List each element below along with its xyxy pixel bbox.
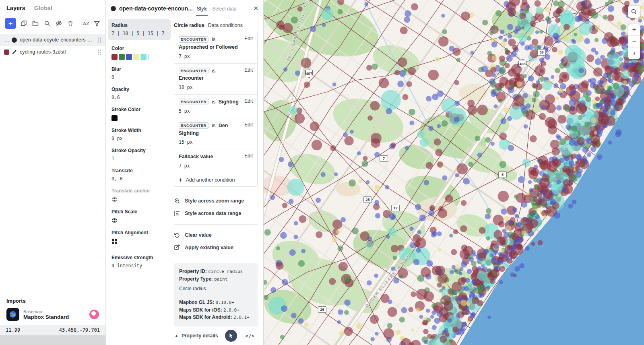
imports-section: Imports Basemap Mapbox Standard bbox=[0, 294, 105, 325]
basemap-item[interactable]: Basemap Mapbox Standard bbox=[6, 308, 99, 321]
edit-condition-link[interactable]: Edit bbox=[244, 67, 253, 73]
bottom-strip bbox=[0, 335, 105, 345]
zoom-in-button[interactable]: + bbox=[628, 24, 640, 36]
info-label: Maps SDK for iOS: bbox=[179, 307, 222, 313]
prop-label: Radius bbox=[111, 23, 167, 28]
zoom-level: 11.99 bbox=[6, 327, 20, 333]
zoom-to-layer-icon[interactable] bbox=[43, 19, 51, 27]
line-layer-swatch bbox=[4, 50, 9, 55]
tab-select-data[interactable]: Select data bbox=[211, 1, 237, 16]
compass-button[interactable] bbox=[628, 48, 640, 59]
style-across-data-range-button[interactable]: Style across data range bbox=[174, 210, 258, 217]
layer-name: cycling-routes-3zdstf bbox=[20, 49, 95, 55]
field-chip: ENCOUNTER bbox=[179, 36, 208, 43]
filter-icon[interactable] bbox=[93, 19, 101, 27]
hide-layer-icon[interactable] bbox=[55, 19, 63, 27]
cursor-mode-button[interactable] bbox=[225, 330, 237, 342]
prop-label: Pitch Alignment bbox=[111, 230, 169, 236]
prop-stroke-width[interactable]: Stroke Width 0 px bbox=[111, 128, 169, 141]
condition-expression: ENCOUNTER is Den Sighting bbox=[179, 122, 241, 137]
undo-icon bbox=[174, 232, 180, 238]
tab-layers[interactable]: Layers bbox=[6, 5, 25, 11]
add-layer-button[interactable]: + bbox=[5, 18, 16, 29]
data-range-icon bbox=[174, 210, 180, 217]
condition-operator: is bbox=[212, 99, 215, 105]
edit-condition-link[interactable]: Edit bbox=[244, 122, 253, 128]
edit-condition-link[interactable]: Edit bbox=[244, 36, 253, 41]
folder-icon[interactable] bbox=[31, 19, 39, 27]
color-swatch bbox=[111, 54, 118, 60]
prop-color[interactable]: Color bbox=[111, 45, 169, 60]
layer-row-coyote-encounters[interactable]: … open-data-coyote-encounters-7lx... bbox=[0, 34, 105, 46]
info-label: Maps SDK for Android: bbox=[179, 314, 232, 320]
prop-translate[interactable]: Translate 0, 0 bbox=[111, 168, 169, 182]
globe-icon bbox=[111, 196, 169, 202]
prop-blur[interactable]: Blur 0 bbox=[111, 66, 169, 80]
basemap-icon bbox=[6, 308, 19, 321]
basemap-toggle[interactable] bbox=[89, 310, 99, 319]
field-chip: ENCOUNTER bbox=[179, 122, 208, 129]
fallback-card: Fallback value Edit 7 px bbox=[174, 149, 257, 173]
condition-expression: ENCOUNTER is Sighting bbox=[179, 98, 241, 106]
condition-card: ENCOUNTER is Encounter Edit 10 px bbox=[174, 64, 257, 95]
condition-operator: is bbox=[212, 123, 215, 128]
zoom-out-button[interactable]: − bbox=[628, 36, 640, 48]
basemap-text: Basemap Mapbox Standard bbox=[23, 309, 69, 320]
tab-style[interactable]: Style bbox=[196, 1, 208, 16]
map-canvas[interactable] bbox=[264, 0, 644, 345]
prop-radius[interactable]: Radius 7 | 10 | 5 | 15 | 7 bbox=[108, 19, 171, 40]
apply-value-icon bbox=[174, 244, 180, 251]
basemap-label: Basemap bbox=[23, 309, 69, 314]
prop-stroke-color[interactable]: Stroke Color bbox=[111, 107, 169, 121]
color-swatches bbox=[111, 54, 169, 60]
style-across-zoom-range-button[interactable]: Style across zoom range bbox=[174, 198, 258, 204]
map-view[interactable]: 407 EXPRESS TOLL ROUTEQUEEN ELIZABETH WA… bbox=[264, 0, 644, 345]
drag-handle-icon[interactable] bbox=[97, 49, 101, 55]
prop-stroke-opacity[interactable]: Stroke Opacity 1 bbox=[111, 148, 169, 161]
map-search-button[interactable] bbox=[628, 6, 640, 18]
prop-pitch-alignment[interactable]: Pitch Alignment bbox=[111, 230, 169, 244]
info-label: Property ID: bbox=[179, 269, 207, 274]
layer-row-cycling-routes[interactable]: cycling-routes-3zdstf bbox=[0, 46, 105, 58]
editor-heading: Circle radius Data conditions bbox=[174, 23, 258, 28]
condition-value: Sighting bbox=[219, 99, 239, 105]
condition-output: 5 px bbox=[179, 108, 253, 114]
prop-value: 1 bbox=[111, 156, 169, 161]
prop-translate-anchor[interactable]: Translate anchor bbox=[111, 188, 169, 202]
condition-expression: ENCOUNTER is Approached or Followed bbox=[179, 36, 241, 51]
prop-label: Translate anchor bbox=[111, 188, 169, 194]
close-icon[interactable]: ✕ bbox=[253, 5, 258, 12]
fallback-label: Fallback value bbox=[179, 154, 213, 159]
prop-label: Opacity bbox=[111, 87, 169, 92]
layer-name: open-data-coyote-encounters-7lx... bbox=[20, 37, 95, 43]
value-editor: Circle radius Data conditions ENCOUNTER … bbox=[172, 17, 263, 345]
pencil-icon bbox=[12, 50, 17, 54]
action-label: Clear value bbox=[185, 232, 212, 238]
code-view-button[interactable]: </> bbox=[243, 333, 257, 339]
prop-pitch-scale[interactable]: Pitch Scale bbox=[111, 209, 169, 223]
fallback-output: 7 px bbox=[179, 163, 253, 169]
prop-value: 7 | 10 | 5 | 15 | 7 bbox=[111, 31, 167, 36]
prop-label: Pitch Scale bbox=[111, 209, 169, 215]
condition-operator: is bbox=[212, 37, 215, 42]
add-condition-button[interactable]: + Add another condition bbox=[174, 173, 257, 186]
apply-existing-value-button[interactable]: Apply existing value bbox=[174, 244, 258, 251]
prop-value: 0.6 bbox=[111, 95, 169, 100]
delete-layer-icon[interactable] bbox=[66, 19, 74, 27]
conditions-box: ENCOUNTER is Approached or Followed Edit… bbox=[174, 32, 258, 187]
info-label: Mapbox GL JS: bbox=[179, 300, 214, 305]
prop-label: Stroke Opacity bbox=[111, 148, 169, 153]
color-swatch bbox=[119, 54, 125, 60]
drag-handle-icon[interactable] bbox=[97, 37, 101, 43]
edit-condition-link[interactable]: Edit bbox=[244, 98, 253, 104]
clear-value-button[interactable]: Clear value bbox=[174, 232, 258, 238]
edit-fallback-link[interactable]: Edit bbox=[244, 153, 253, 159]
duplicate-icon[interactable] bbox=[20, 19, 28, 27]
property-details-toggle[interactable]: ▲ Property details bbox=[175, 333, 218, 339]
prop-emissive-strength[interactable]: Emissive strength 0 intensity bbox=[111, 255, 169, 269]
action-label: Style across data range bbox=[185, 211, 241, 216]
layer-properties-panel: open-data-coyote-encoun... Style Select … bbox=[106, 0, 264, 345]
prop-opacity[interactable]: Opacity 0.6 bbox=[111, 87, 169, 100]
tab-global[interactable]: Global bbox=[34, 5, 52, 11]
layers-toolbar: + 2/2 bbox=[0, 15, 105, 33]
